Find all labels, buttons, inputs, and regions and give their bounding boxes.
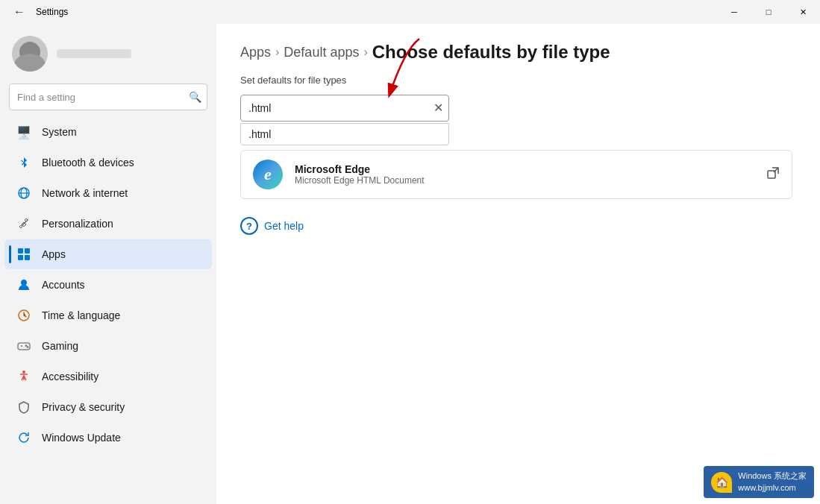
avatar — [12, 36, 48, 72]
accessibility-icon — [16, 369, 31, 384]
watermark-icon: 🏠 — [711, 472, 732, 493]
titlebar-left: ← Settings — [9, 1, 68, 22]
close-button[interactable]: ✕ — [786, 0, 820, 24]
bluetooth-icon — [16, 155, 31, 170]
sidebar-item-gaming[interactable]: Gaming — [4, 331, 212, 361]
watermark-line2: www.bjjmlv.com — [738, 482, 807, 494]
sidebar-item-label-personalization: Personalization — [42, 218, 113, 230]
personalization-icon — [16, 216, 31, 231]
sidebar-item-label-bluetooth: Bluetooth & devices — [42, 157, 134, 168]
svg-point-11 — [27, 347, 28, 348]
svg-rect-4 — [25, 255, 30, 260]
sidebar-item-system[interactable]: 🖥️ System — [4, 117, 212, 147]
sidebar-item-accessibility[interactable]: Accessibility — [4, 362, 212, 391]
apps-icon — [16, 247, 31, 262]
network-icon — [16, 186, 31, 201]
accounts-icon — [16, 277, 31, 292]
sidebar-item-accounts[interactable]: Accounts — [4, 270, 212, 300]
search-box: 🔍 — [9, 84, 207, 110]
sidebar-item-label-privacy: Privacy & security — [42, 401, 125, 413]
back-button[interactable]: ← — [9, 1, 30, 22]
system-icon: 🖥️ — [16, 125, 31, 139]
app-desc: Microsoft Edge HTML Document — [295, 175, 766, 186]
breadcrumb-sep1: › — [275, 45, 279, 59]
sidebar-item-apps[interactable]: Apps — [4, 239, 212, 269]
breadcrumb-default-apps[interactable]: Default apps — [284, 45, 359, 60]
user-name-placeholder — [57, 49, 131, 58]
sidebar-item-label-system: System — [42, 126, 77, 138]
app-name: Microsoft Edge — [295, 163, 766, 175]
svg-rect-1 — [18, 248, 23, 253]
sidebar-item-label-update: Windows Update — [42, 432, 121, 444]
breadcrumb-current: Choose defaults by file type — [372, 42, 610, 63]
gaming-icon — [16, 338, 31, 353]
titlebar-title: Settings — [36, 7, 68, 17]
filetype-suggestion[interactable]: .html — [240, 123, 449, 145]
sidebar-item-personalization[interactable]: Personalization — [4, 209, 212, 239]
get-help-link[interactable]: Get help — [264, 220, 304, 232]
sidebar-item-label-accessibility: Accessibility — [42, 371, 98, 382]
titlebar-controls: ─ □ ✕ — [717, 0, 820, 24]
user-profile — [0, 24, 216, 81]
sidebar: 🔍 🖥️ System Bluetooth & devices Network … — [0, 24, 216, 504]
app-info: Microsoft Edge Microsoft Edge HTML Docum… — [295, 163, 766, 186]
watermark-line1: Windows 系统之家 — [738, 470, 807, 482]
svg-point-12 — [22, 371, 25, 374]
search-input[interactable] — [9, 84, 207, 110]
sidebar-item-label-gaming: Gaming — [42, 340, 78, 352]
watermark-text: Windows 系统之家 www.bjjmlv.com — [738, 470, 807, 494]
section-label: Set defaults for file types — [240, 75, 796, 86]
titlebar: ← Settings ─ □ ✕ — [0, 0, 820, 24]
sidebar-item-privacy[interactable]: Privacy & security — [4, 392, 212, 422]
time-icon — [16, 308, 31, 323]
sidebar-item-time[interactable]: Time & language — [4, 300, 212, 330]
sidebar-item-label-time: Time & language — [42, 309, 120, 321]
filetype-search-box: ✕ — [240, 95, 449, 122]
main-layout: 🔍 🖥️ System Bluetooth & devices Network … — [0, 24, 820, 504]
breadcrumb-apps[interactable]: Apps — [240, 45, 271, 60]
sidebar-item-label-network: Network & internet — [42, 187, 128, 199]
help-icon: ? — [240, 217, 258, 235]
sidebar-item-bluetooth[interactable]: Bluetooth & devices — [4, 148, 212, 177]
sidebar-item-label-accounts: Accounts — [42, 279, 85, 291]
app-icon-edge — [253, 160, 283, 189]
filetype-clear-button[interactable]: ✕ — [434, 102, 443, 114]
svg-rect-3 — [18, 255, 23, 260]
sidebar-item-label-apps: Apps — [42, 248, 66, 260]
watermark: 🏠 Windows 系统之家 www.bjjmlv.com — [704, 466, 814, 498]
get-help-section[interactable]: ? Get help — [240, 217, 796, 235]
breadcrumb: Apps › Default apps › Choose defaults by… — [240, 42, 796, 63]
nav-list: 🖥️ System Bluetooth & devices Network & … — [0, 116, 216, 453]
update-icon — [16, 430, 31, 445]
sidebar-item-network[interactable]: Network & internet — [4, 178, 212, 208]
arrow-container: ✕ — [240, 95, 796, 122]
svg-rect-2 — [25, 248, 30, 253]
filetype-search-input[interactable] — [240, 95, 449, 122]
app-external-link-icon[interactable] — [766, 166, 780, 183]
breadcrumb-sep2: › — [363, 45, 367, 59]
sidebar-item-update[interactable]: Windows Update — [4, 423, 212, 453]
privacy-icon — [16, 400, 31, 415]
svg-point-10 — [25, 345, 27, 347]
svg-point-5 — [21, 280, 27, 286]
maximize-button[interactable]: □ — [751, 0, 786, 24]
app-result-card[interactable]: Microsoft Edge Microsoft Edge HTML Docum… — [240, 150, 792, 199]
search-icon[interactable]: 🔍 — [189, 91, 201, 103]
content-area: Apps › Default apps › Choose defaults by… — [216, 24, 820, 504]
minimize-button[interactable]: ─ — [717, 0, 751, 24]
